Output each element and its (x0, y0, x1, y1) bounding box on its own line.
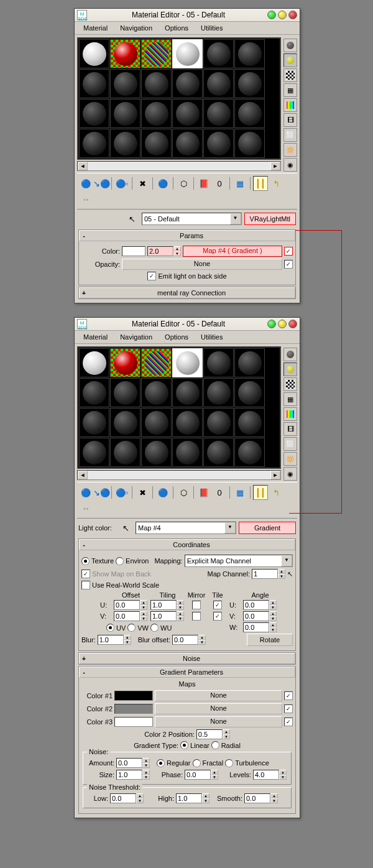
v-tiling-spinner[interactable]: ▲▼ (150, 611, 185, 621)
sample-slot[interactable] (234, 69, 265, 98)
intensity-spinner[interactable]: ▲▼ (147, 246, 181, 256)
rotate-button[interactable]: Rotate (247, 634, 293, 646)
amount-spinner[interactable]: ▲▼ (116, 758, 150, 768)
select-by-mat-icon[interactable]: 🔆 (283, 452, 297, 466)
options-icon[interactable]: ⬜ (283, 437, 297, 451)
emit-checkbox[interactable] (147, 272, 156, 280)
maximize-button[interactable] (278, 11, 287, 19)
go-parent-icon[interactable]: ↰ (269, 176, 283, 191)
minimize-button[interactable] (267, 11, 276, 19)
sample-slot[interactable] (203, 438, 234, 467)
reset-icon[interactable]: ✖ (135, 485, 150, 500)
sample-slot[interactable] (234, 378, 265, 407)
color1-map-checkbox[interactable] (284, 691, 293, 700)
sample-slot[interactable] (110, 438, 140, 467)
intensity-input[interactable] (147, 246, 173, 256)
close-button[interactable] (288, 11, 297, 19)
close-button[interactable] (288, 320, 297, 328)
maximize-button[interactable] (278, 320, 287, 328)
sample-slot[interactable] (141, 39, 172, 68)
regular-radio[interactable] (157, 759, 165, 767)
map-channel-spinner[interactable]: ▲▼ (252, 569, 285, 579)
opacity-map-button[interactable]: None (122, 259, 282, 270)
sample-slot[interactable] (79, 378, 109, 407)
sample-slot[interactable] (234, 99, 265, 128)
material-type-button[interactable]: VRayLightMtl (244, 213, 296, 225)
sample-slot[interactable] (110, 129, 140, 158)
v-angle-spinner[interactable]: ▲▼ (243, 611, 277, 621)
make-preview-icon[interactable]: 🎞 (283, 422, 297, 436)
sample-slot[interactable] (172, 408, 203, 437)
opacity-map-checkbox[interactable] (284, 260, 293, 269)
u-angle-spinner[interactable]: ▲▼ (243, 600, 277, 610)
phase-spinner[interactable]: ▲▼ (185, 770, 218, 780)
sample-uv-icon[interactable]: ▦ (283, 392, 297, 406)
wu-radio[interactable] (150, 624, 159, 632)
sample-slot[interactable] (110, 378, 140, 407)
sample-slot[interactable] (79, 408, 109, 437)
coords-header[interactable]: -Coordinates (79, 539, 295, 550)
menu-options[interactable]: Options (159, 23, 195, 33)
sample-slot[interactable] (234, 438, 265, 467)
put-to-lib-icon[interactable]: 📕 (196, 176, 211, 191)
pick-icon[interactable]: ↖ (118, 520, 133, 535)
u-mirror-checkbox[interactable] (192, 601, 201, 609)
color3-swatch[interactable] (114, 717, 153, 727)
u-tiling-spinner[interactable]: ▲▼ (150, 600, 185, 610)
mapping-dropdown[interactable]: Explicit Map Channel▼ (185, 555, 293, 567)
assign-icon[interactable]: 🔵▫ (114, 485, 129, 500)
gradient-header[interactable]: -Gradient Parameters (79, 667, 295, 678)
menu-utilities[interactable]: Utilities (195, 332, 229, 342)
make-copy-icon[interactable]: 🔵 (155, 176, 170, 191)
sample-slot[interactable] (79, 438, 109, 467)
sample-slot[interactable] (172, 69, 203, 98)
sample-slot[interactable] (203, 408, 234, 437)
sample-slot[interactable] (110, 69, 140, 98)
sample-slot[interactable] (172, 438, 203, 467)
make-preview-icon[interactable]: 🎞 (283, 113, 297, 127)
sample-slot[interactable] (79, 39, 109, 68)
color2-swatch[interactable] (114, 704, 153, 714)
color1-swatch[interactable] (114, 691, 153, 701)
sample-slot[interactable] (79, 129, 109, 158)
blur-spinner[interactable]: ▲▼ (98, 635, 131, 645)
sample-slot[interactable] (203, 69, 234, 98)
mray-header[interactable]: +mental ray Connection (79, 287, 295, 298)
color2-pos-spinner[interactable]: ▲▼ (196, 729, 230, 739)
map-name-dropdown[interactable]: Map #4▼ (136, 522, 236, 534)
options-icon[interactable]: ⬜ (283, 128, 297, 142)
get-material-icon[interactable]: 🔵 (78, 485, 93, 500)
sample-slot[interactable] (203, 99, 234, 128)
environ-radio[interactable] (116, 557, 124, 565)
sample-slot-selected[interactable] (172, 348, 203, 377)
sample-uv-icon[interactable]: ▦ (283, 83, 297, 97)
smooth-spinner[interactable]: ▲▼ (244, 793, 278, 803)
low-spinner[interactable]: ▲▼ (110, 793, 144, 803)
sample-slot[interactable] (172, 378, 203, 407)
navigator-icon[interactable]: ◉ (283, 158, 297, 172)
color-swatch[interactable] (122, 246, 145, 256)
color2-map-checkbox[interactable] (284, 704, 293, 713)
sample-slot[interactable] (110, 39, 140, 68)
sample-slot[interactable] (203, 378, 234, 407)
uv-radio[interactable] (106, 624, 114, 632)
sample-slot[interactable] (141, 348, 172, 377)
put-to-scene-icon[interactable]: ↘🔵 (94, 176, 109, 191)
go-sibling-icon[interactable]: ↔ (78, 192, 93, 206)
mat-id-icon[interactable]: 0 (212, 485, 227, 500)
color3-map-button[interactable]: None (155, 716, 282, 727)
h-scrollbar[interactable]: ◄► (77, 470, 281, 480)
v-mirror-checkbox[interactable] (192, 612, 201, 621)
sample-slot[interactable] (234, 39, 265, 68)
titlebar[interactable]: M3DS Material Editor - 05 - Default (75, 318, 300, 331)
navigator-icon[interactable]: ◉ (283, 467, 297, 481)
make-unique-icon[interactable]: ⬡ (176, 176, 191, 191)
sample-slot[interactable] (141, 99, 172, 128)
high-spinner[interactable]: ▲▼ (176, 793, 210, 803)
sample-slot[interactable] (234, 129, 265, 158)
sample-slot[interactable] (172, 129, 203, 158)
sample-slot-selected[interactable] (172, 39, 203, 68)
color1-map-button[interactable]: None (155, 690, 282, 701)
backlight-icon[interactable] (283, 53, 297, 67)
sample-slot[interactable] (141, 408, 172, 437)
